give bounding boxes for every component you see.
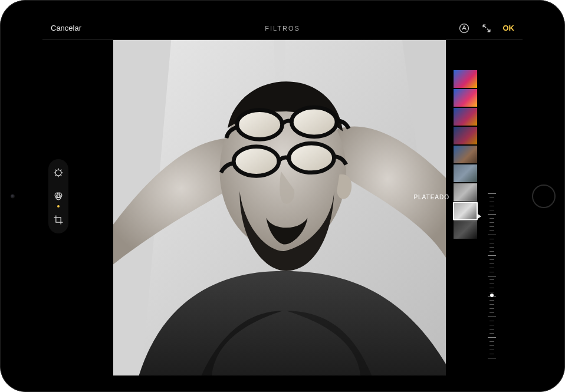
filter-thumb[interactable]	[453, 183, 478, 202]
top-bar: Cancelar FILTROS OK	[42, 17, 523, 40]
svg-point-7	[234, 147, 279, 176]
svg-point-10	[291, 107, 337, 137]
filter-strip[interactable]	[453, 70, 478, 293]
photo-canvas[interactable]	[113, 40, 446, 375]
left-tool-rail	[48, 159, 68, 233]
photo-preview	[113, 40, 446, 375]
ipad-device-shell: Cancelar FILTROS OK	[0, 0, 565, 392]
filter-thumb[interactable]	[453, 126, 478, 145]
expand-icon[interactable]	[481, 22, 492, 34]
filter-thumb[interactable]	[453, 164, 478, 183]
intensity-handle[interactable]	[490, 294, 494, 297]
svg-point-1	[55, 170, 61, 176]
selected-filter-label: PLATEADO	[413, 194, 449, 200]
front-camera	[11, 194, 15, 198]
filter-thumb[interactable]	[453, 70, 478, 88]
top-title: FILTROS	[265, 25, 300, 32]
cancel-button[interactable]: Cancelar	[51, 24, 81, 32]
intensity-track	[491, 193, 492, 358]
filter-thumb[interactable]	[453, 88, 478, 107]
home-button[interactable]	[532, 185, 556, 208]
filter-thumb[interactable]	[453, 220, 478, 239]
top-right-group: OK	[458, 22, 515, 34]
markup-icon[interactable]	[458, 22, 470, 34]
crop-tool[interactable]	[51, 212, 66, 228]
intensity-marker-icon	[478, 214, 481, 219]
screen: Cancelar FILTROS OK	[42, 17, 523, 375]
svg-point-9	[237, 110, 282, 140]
intensity-slider[interactable]	[484, 193, 500, 358]
ok-button[interactable]: OK	[503, 24, 515, 32]
filter-thumb[interactable]	[453, 202, 478, 220]
svg-point-8	[289, 143, 334, 173]
filters-tool[interactable]	[51, 189, 66, 204]
filter-thumb[interactable]	[453, 107, 478, 126]
adjust-tool[interactable]	[51, 165, 66, 180]
filter-thumb[interactable]	[453, 145, 478, 164]
